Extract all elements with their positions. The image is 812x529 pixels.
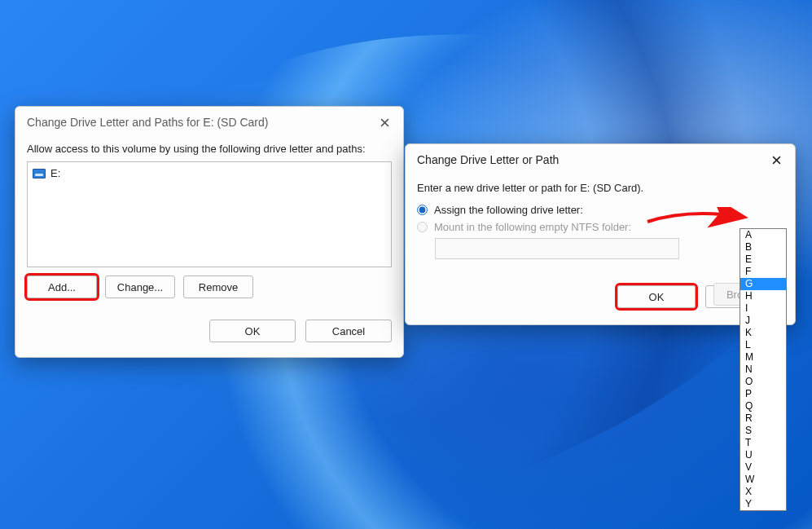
- dropdown-option[interactable]: F: [740, 266, 786, 278]
- drive-letter-dropdown-list[interactable]: ABEFGHIJKLMNOPQRSTUVWXY: [740, 228, 787, 511]
- dialog2-titlebar: Change Drive Letter or Path: [406, 144, 795, 172]
- dropdown-option[interactable]: B: [740, 241, 786, 253]
- dialog1-title: Change Drive Letter and Paths for E: (SD…: [27, 116, 268, 129]
- dropdown-option[interactable]: M: [740, 351, 786, 364]
- radio-assign-input[interactable]: [417, 205, 428, 215]
- dropdown-option[interactable]: K: [740, 327, 786, 339]
- dropdown-option[interactable]: U: [740, 449, 786, 461]
- list-item[interactable]: E:: [33, 165, 386, 181]
- dropdown-option[interactable]: O: [740, 376, 786, 388]
- dropdown-option[interactable]: Q: [740, 400, 786, 412]
- dropdown-option[interactable]: W: [740, 474, 786, 486]
- radio-mount-folder[interactable]: Mount in the following empty NTFS folder…: [417, 221, 783, 233]
- dropdown-option[interactable]: E: [740, 253, 786, 266]
- remove-button[interactable]: Remove: [183, 276, 253, 298]
- mount-folder-input: [435, 238, 679, 259]
- dialog1-titlebar: Change Drive Letter and Paths for E: (SD…: [15, 107, 403, 134]
- dropdown-option[interactable]: L: [740, 339, 786, 351]
- dialog2-title: Change Drive Letter or Path: [417, 153, 559, 166]
- change-button[interactable]: Change...: [105, 276, 175, 298]
- dialog2-description: Enter a new drive letter or path for E: …: [417, 182, 783, 194]
- dropdown-option[interactable]: N: [740, 364, 786, 376]
- close-icon[interactable]: [769, 152, 783, 167]
- change-drive-letter-or-path-dialog: Change Drive Letter or Path Enter a new …: [405, 143, 796, 325]
- drive-icon: [33, 169, 46, 179]
- dialog1-description: Allow access to this volume by using the…: [27, 143, 392, 155]
- radio-mount-label: Mount in the following empty NTFS folder…: [434, 221, 631, 233]
- dropdown-option[interactable]: P: [740, 388, 786, 400]
- dropdown-option[interactable]: X: [740, 486, 786, 498]
- list-item-label: E:: [50, 167, 60, 179]
- radio-assign-letter[interactable]: Assign the following drive letter:: [417, 204, 783, 216]
- change-drive-letter-paths-dialog: Change Drive Letter and Paths for E: (SD…: [15, 106, 404, 358]
- dropdown-option[interactable]: G: [740, 278, 786, 290]
- dropdown-option[interactable]: Y: [740, 498, 786, 510]
- add-button[interactable]: Add...: [27, 276, 97, 298]
- dropdown-option[interactable]: V: [740, 461, 786, 474]
- close-icon[interactable]: [377, 115, 392, 130]
- dropdown-option[interactable]: R: [740, 412, 786, 425]
- dropdown-option[interactable]: S: [740, 425, 786, 437]
- ok-button[interactable]: OK: [617, 285, 696, 308]
- dropdown-option[interactable]: J: [740, 315, 786, 327]
- dropdown-option[interactable]: T: [740, 437, 786, 449]
- dropdown-option[interactable]: I: [740, 302, 786, 315]
- drive-paths-listbox[interactable]: E:: [27, 161, 392, 267]
- cancel-button[interactable]: Cancel: [305, 320, 392, 342]
- dropdown-option[interactable]: A: [740, 229, 786, 241]
- radio-mount-input[interactable]: [417, 222, 428, 232]
- ok-button[interactable]: OK: [209, 320, 296, 342]
- dropdown-option[interactable]: H: [740, 290, 786, 302]
- radio-assign-label: Assign the following drive letter:: [434, 204, 583, 216]
